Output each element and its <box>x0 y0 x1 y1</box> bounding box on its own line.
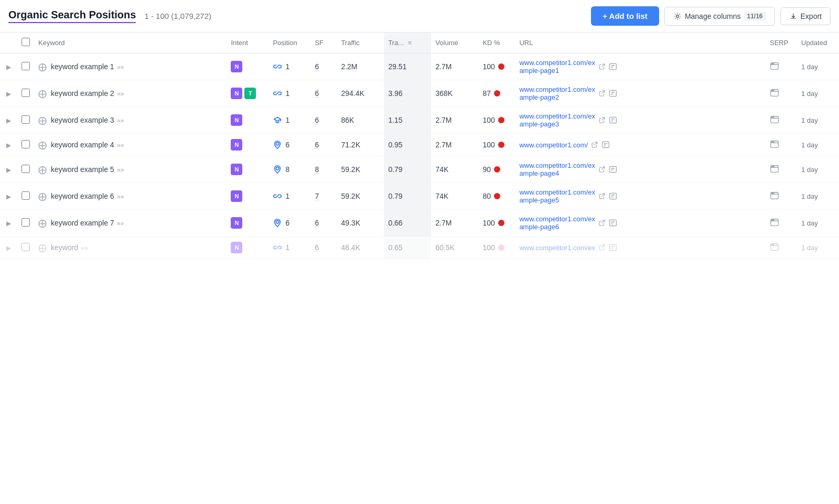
sf-value[interactable]: 8 <box>315 165 319 174</box>
url-cell: www.competitor1.com/example-page6 <box>515 210 766 237</box>
keyword-link[interactable]: keyword »» <box>51 243 88 252</box>
serp-screenshot-icon[interactable] <box>770 245 779 253</box>
svg-point-18 <box>276 167 279 170</box>
svg-point-13 <box>276 143 279 145</box>
export-button[interactable]: Export <box>780 7 831 25</box>
sf-value[interactable]: 6 <box>315 62 319 71</box>
sf-value[interactable]: 6 <box>315 219 319 227</box>
add-keyword-button[interactable]: ⨁ <box>38 140 47 150</box>
keyword-link[interactable]: keyword example 7 »» <box>51 219 124 227</box>
location-icon <box>273 165 282 174</box>
external-link-icon[interactable] <box>598 192 606 200</box>
serp-screenshot-icon[interactable] <box>770 91 779 99</box>
url-link[interactable]: www.competitor1.com/example-page4 <box>519 162 595 177</box>
add-keyword-button[interactable]: ⨁ <box>38 191 47 201</box>
sf-value[interactable]: 7 <box>315 192 319 200</box>
sf-value[interactable]: 6 <box>315 243 319 252</box>
keyword-arrows: »» <box>115 63 124 71</box>
sf-value[interactable]: 6 <box>315 116 319 124</box>
row-checkbox[interactable] <box>21 243 30 251</box>
row-checkbox[interactable] <box>21 218 30 227</box>
external-link-icon[interactable] <box>591 141 598 148</box>
add-keyword-button[interactable]: ⨁ <box>38 218 47 228</box>
url-link[interactable]: www.competitor1.com/example-page5 <box>519 188 595 204</box>
expand-button[interactable]: ▶ <box>4 116 13 125</box>
intent-group: NT <box>231 88 264 99</box>
expand-button[interactable]: ▶ <box>4 62 13 72</box>
page-header: Organic Search Positions 1 - 100 (1,079,… <box>0 0 839 33</box>
keyword-link[interactable]: keyword example 3 »» <box>51 116 124 124</box>
row-checkbox[interactable] <box>21 165 30 173</box>
keyword-link[interactable]: keyword example 4 »» <box>51 141 124 149</box>
expand-button[interactable]: ▶ <box>4 165 13 175</box>
expand-button[interactable]: ▶ <box>4 141 13 150</box>
serp-icon[interactable] <box>609 89 617 98</box>
url-link[interactable]: www.competitor1.com/example-page3 <box>519 112 595 128</box>
external-link-icon[interactable] <box>598 219 606 227</box>
serp-screenshot-icon[interactable] <box>770 142 779 151</box>
add-keyword-button[interactable]: ⨁ <box>38 243 47 253</box>
serp-screenshot-icon[interactable] <box>770 167 779 175</box>
url-link[interactable]: www.competitor1.com/example-page6 <box>519 215 595 231</box>
serp-icon[interactable] <box>609 62 617 71</box>
col-tra-header[interactable]: Tra... ≡ <box>384 33 431 53</box>
serp-screenshot-icon[interactable] <box>770 194 779 202</box>
select-all-checkbox[interactable] <box>21 38 30 46</box>
add-to-list-button[interactable]: + Add to list <box>591 6 659 26</box>
url-link[interactable]: www.competitor1.com/example-page2 <box>519 85 595 101</box>
serp-screenshot-icon[interactable] <box>770 117 779 126</box>
updated-value: 1 day <box>801 192 818 200</box>
row-checkbox[interactable] <box>21 89 30 97</box>
expand-button[interactable]: ▶ <box>4 219 13 228</box>
col-url-header: URL <box>515 33 766 53</box>
serp-icon[interactable] <box>609 192 617 200</box>
external-link-icon[interactable] <box>598 90 606 97</box>
tra-cell: 0.79 <box>384 156 431 183</box>
external-link-icon[interactable] <box>598 116 606 124</box>
row-checkbox[interactable] <box>21 115 30 124</box>
row-checkbox[interactable] <box>21 140 30 148</box>
check-cell <box>17 237 34 259</box>
keyword-cell: ⨁ keyword example 3 »» <box>34 107 227 134</box>
keyword-link[interactable]: keyword example 5 »» <box>51 165 124 174</box>
external-link-icon[interactable] <box>598 166 606 173</box>
expand-button[interactable]: ▶ <box>4 89 13 99</box>
keyword-link[interactable]: keyword example 1 »» <box>51 62 124 71</box>
serp-screenshot-icon[interactable] <box>770 220 779 229</box>
traffic-cell: 294.4K <box>337 80 384 107</box>
svg-point-25 <box>772 192 773 194</box>
expand-button[interactable]: ▶ <box>4 243 13 253</box>
serp-icon[interactable] <box>609 219 617 227</box>
serp-icon[interactable] <box>609 116 617 124</box>
serp-icon[interactable] <box>601 141 610 149</box>
row-checkbox[interactable] <box>21 191 30 200</box>
link-icon <box>273 243 282 252</box>
updated-cell: 1 day <box>797 183 839 210</box>
sf-value[interactable]: 6 <box>315 141 319 149</box>
sf-value[interactable]: 6 <box>315 89 319 98</box>
add-keyword-button[interactable]: ⨁ <box>38 115 47 125</box>
updated-value: 1 day <box>801 166 818 174</box>
position-cell: 6 <box>268 134 310 156</box>
url-link[interactable]: www.competitor1.com/ex <box>519 244 595 252</box>
add-keyword-button[interactable]: ⨁ <box>38 165 47 175</box>
manage-columns-button[interactable]: Manage columns 11/16 <box>664 7 775 26</box>
row-checkbox[interactable] <box>21 62 30 70</box>
external-link-icon[interactable] <box>598 63 606 70</box>
url-link[interactable]: www.competitor1.com/example-page1 <box>519 59 595 74</box>
serp-icon[interactable] <box>609 243 617 252</box>
expand-button[interactable]: ▶ <box>4 192 13 201</box>
intent-badge-n: N <box>231 164 242 175</box>
add-keyword-button[interactable]: ⨁ <box>38 89 47 99</box>
url-link[interactable]: www.competitor1.com/ <box>519 141 588 149</box>
serp-icon[interactable] <box>609 165 617 174</box>
intent-group: N <box>231 114 264 126</box>
external-link-icon[interactable] <box>598 244 606 251</box>
serp-screenshot-icon[interactable] <box>770 64 779 72</box>
url-cell: www.competitor1.com/example-page3 <box>515 107 766 134</box>
add-keyword-button[interactable]: ⨁ <box>38 62 47 72</box>
keyword-link[interactable]: keyword example 2 »» <box>51 89 124 98</box>
keyword-link[interactable]: keyword example 6 »» <box>51 192 124 200</box>
volume-value: 2.7M <box>435 62 451 71</box>
keyword-arrows: »» <box>79 244 88 252</box>
